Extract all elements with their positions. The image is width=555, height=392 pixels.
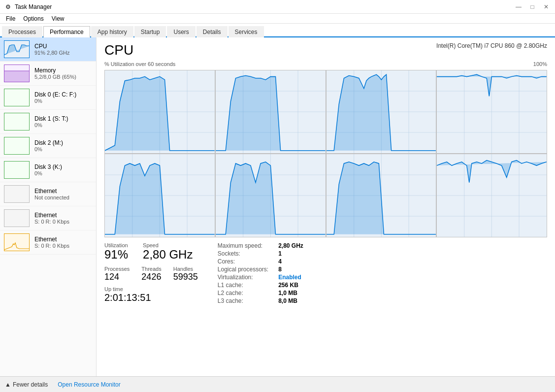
cpu-model: Intel(R) Core(TM) i7 CPU 860 @ 2.80GHz	[436, 42, 547, 49]
cpu-chart-cell-5	[105, 154, 215, 237]
speed-value: 2,80 GHz	[143, 248, 193, 261]
eth3-thumb	[4, 233, 30, 251]
memory-sub: 5,2/8,0 GB (65%)	[34, 74, 76, 80]
cpu-sub: 91% 2,80 GHz	[34, 50, 70, 56]
menu-bar: File Options View	[0, 14, 555, 24]
processes-label: Processes	[104, 266, 130, 272]
info-val-1: 1	[278, 250, 303, 257]
disk1-label: Disk 1 (S: T:)	[34, 115, 68, 122]
cpu-thumb	[4, 40, 30, 58]
info-key-5: L1 cache:	[218, 282, 268, 289]
cpu-title: CPU	[104, 42, 133, 58]
cpu-header: CPU Intel(R) Core(TM) i7 CPU 860 @ 2.80G…	[104, 42, 547, 58]
info-key-3: Logical processors:	[218, 266, 268, 273]
stats-left: Utilization 91% Speed 2,80 GHz Processes…	[104, 242, 198, 304]
cpu-chart-cell-6	[216, 154, 326, 237]
disk1-thumb	[4, 113, 30, 131]
disk0-thumb	[4, 89, 30, 106]
info-val-2: 4	[278, 258, 303, 265]
info-val-6: 1,0 MB	[278, 290, 303, 296]
utilization-value: 91%	[104, 248, 128, 261]
tab-performance[interactable]: Performance	[43, 26, 90, 37]
info-val-5: 256 KB	[278, 282, 303, 289]
menu-file[interactable]: File	[2, 14, 19, 23]
sidebar-item-disk3[interactable]: Disk 3 (K:) 0%	[0, 158, 96, 182]
tab-details[interactable]: Details	[196, 26, 228, 37]
sidebar-item-eth1[interactable]: Ethernet Not connected	[0, 182, 96, 206]
tab-app-history[interactable]: App history	[91, 26, 133, 37]
memory-label: Memory	[34, 67, 76, 74]
tab-services[interactable]: Services	[229, 26, 264, 37]
menu-view[interactable]: View	[48, 14, 68, 23]
eth1-sub: Not connected	[34, 195, 69, 200]
sidebar-item-memory[interactable]: Memory 5,2/8,0 GB (65%)	[0, 62, 96, 86]
cpu-chart-cell-2	[216, 70, 326, 153]
processes-value: 124	[104, 272, 130, 282]
cpu-chart-cell-8	[437, 154, 547, 237]
fewer-details-label: Fewer details	[13, 381, 48, 388]
info-key-2: Cores:	[218, 258, 268, 265]
disk3-sub: 0%	[34, 170, 62, 176]
svg-rect-0	[4, 71, 30, 82]
sidebar: CPU 91% 2,80 GHz Memory 5,2/8,0 GB (65%)…	[0, 37, 97, 376]
disk0-sub: 0%	[34, 98, 76, 104]
tab-startup[interactable]: Startup	[134, 26, 166, 37]
info-val-7: 8,0 MB	[278, 297, 303, 304]
threads-stat: Threads 2426	[141, 266, 161, 282]
stats-right: Maximum speed: 2,80 GHz Sockets: 1 Cores…	[218, 242, 303, 304]
eth2-thumb	[4, 209, 30, 227]
handles-value: 59935	[173, 272, 198, 282]
disk0-label: Disk 0 (E: C: F:)	[34, 91, 76, 98]
disk2-sub: 0%	[34, 146, 63, 152]
cpu-chart-grid	[104, 70, 547, 237]
maximize-button[interactable]: □	[527, 2, 537, 12]
eth1-thumb	[4, 185, 30, 203]
sidebar-item-eth2[interactable]: Ethernet S: 0 R: 0 Kbps	[0, 206, 96, 230]
tab-processes[interactable]: Processes	[2, 26, 42, 37]
info-val-4: Enabled	[278, 274, 303, 281]
threads-value: 2426	[141, 272, 161, 282]
sidebar-item-disk1[interactable]: Disk 1 (S: T:) 0%	[0, 110, 96, 134]
fewer-details-button[interactable]: ▲ Fewer details	[5, 381, 48, 388]
eth2-label: Ethernet	[34, 212, 69, 219]
title-bar: ⚙ Task Manager — □ ✕	[0, 0, 555, 14]
disk3-thumb	[4, 161, 30, 179]
sidebar-item-eth3[interactable]: Ethernet S: 0 R: 0 Kbps	[0, 230, 96, 255]
info-val-0: 2,80 GHz	[278, 242, 303, 249]
handles-label: Handles	[173, 266, 198, 272]
resource-monitor-link[interactable]: Open Resource Monitor	[58, 381, 120, 388]
stats-area: Utilization 91% Speed 2,80 GHz Processes…	[104, 242, 547, 304]
eth3-label: Ethernet	[34, 236, 69, 243]
minimize-button[interactable]: —	[514, 2, 523, 12]
tabs-bar: Processes Performance App history Startu…	[0, 24, 555, 37]
cpu-label: CPU	[34, 43, 70, 50]
speed-stat: Speed 2,80 GHz	[143, 242, 193, 261]
info-key-7: L3 cache:	[218, 297, 268, 304]
info-val-3: 8	[278, 266, 303, 273]
disk1-sub: 0%	[34, 122, 68, 128]
disk2-thumb	[4, 137, 30, 155]
cpu-chart-cell-4	[437, 70, 547, 153]
close-button[interactable]: ✕	[541, 2, 551, 12]
threads-label: Threads	[141, 266, 161, 272]
handles-stat: Handles 59935	[173, 266, 198, 282]
tab-users[interactable]: Users	[167, 26, 195, 37]
disk3-label: Disk 3 (K:)	[34, 163, 62, 170]
utilization-stat: Utilization 91%	[104, 242, 128, 261]
info-key-0: Maximum speed:	[218, 242, 268, 249]
window-controls: — □ ✕	[514, 2, 551, 12]
sidebar-item-cpu[interactable]: CPU 91% 2,80 GHz	[0, 37, 96, 62]
window-title: Task Manager	[15, 3, 514, 10]
chart-label: % Utilization over 60 seconds	[104, 61, 175, 67]
sidebar-item-disk2[interactable]: Disk 2 (M:) 0%	[0, 134, 96, 158]
bottom-bar: ▲ Fewer details Open Resource Monitor	[0, 376, 555, 392]
content-area: CPU Intel(R) Core(TM) i7 CPU 860 @ 2.80G…	[97, 37, 555, 376]
fewer-details-icon: ▲	[5, 381, 11, 388]
sidebar-item-disk0[interactable]: Disk 0 (E: C: F:) 0%	[0, 86, 96, 110]
chart-max: 100%	[533, 61, 547, 67]
uptime-section: Up time 2:01:13:51	[104, 286, 198, 303]
info-key-6: L2 cache:	[218, 290, 268, 296]
disk2-label: Disk 2 (M:)	[34, 139, 63, 146]
app-icon: ⚙	[4, 3, 12, 11]
menu-options[interactable]: Options	[19, 14, 47, 23]
